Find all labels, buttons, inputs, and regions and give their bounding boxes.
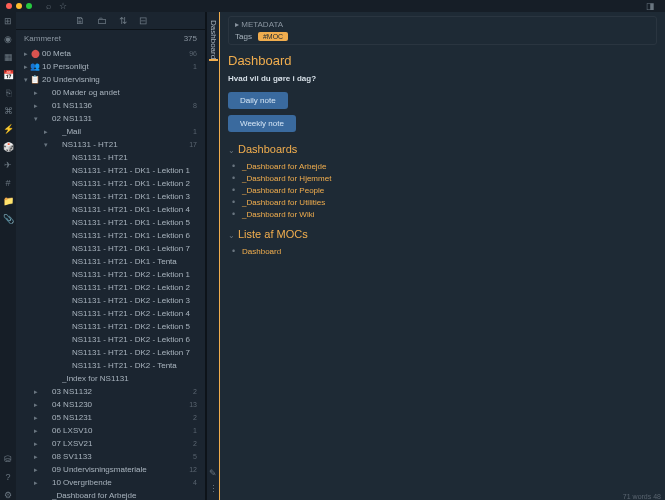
maximize-icon[interactable] (26, 3, 32, 9)
internal-link[interactable]: Dashboard (242, 247, 281, 256)
vault-icon[interactable]: ⛁ (4, 454, 12, 464)
disclosure-icon[interactable]: ▾ (42, 138, 50, 151)
close-icon[interactable] (6, 3, 12, 9)
file-tree[interactable]: ▸⬤00 Meta96▸👥10 Personligt1▾📋20 Undervis… (16, 47, 205, 500)
command-icon[interactable]: ⌘ (4, 106, 13, 116)
more-icon[interactable]: ⋮ (209, 484, 218, 494)
tree-node[interactable]: NS1131 - HT21 - DK1 - Lektion 5 (16, 216, 205, 229)
edit-icon[interactable]: ✎ (209, 468, 218, 478)
internal-link[interactable]: _Dashboard for Arbejde (242, 162, 327, 171)
tree-node[interactable]: ▸06 LXSV101 (16, 424, 205, 437)
disclosure-icon[interactable]: ▸ (22, 60, 30, 73)
weekly-note-button[interactable]: Weekly note (228, 115, 296, 132)
disclosure-icon[interactable]: ▸ (32, 385, 40, 398)
collapse-icon[interactable]: ⊟ (139, 15, 147, 26)
tree-node[interactable]: NS1131 - HT21 - DK1 - Lektion 3 (16, 190, 205, 203)
template-icon[interactable]: ⎘ (6, 88, 11, 98)
node-count: 5 (193, 450, 199, 463)
folder-icon[interactable]: 📁 (3, 196, 14, 206)
internal-link[interactable]: _Dashboard for Wiki (242, 210, 314, 219)
tree-node[interactable]: NS1131 - HT21 - DK2 - Lektion 4 (16, 307, 205, 320)
tree-node[interactable]: ▸_Mail1 (16, 125, 205, 138)
chevron-down-icon[interactable]: ⌄ (228, 146, 235, 155)
help-icon[interactable]: ? (5, 472, 10, 482)
tree-node[interactable]: _Index for NS1131 (16, 372, 205, 385)
tree-node[interactable]: ▸07 LXSV212 (16, 437, 205, 450)
disclosure-icon[interactable]: ▸ (32, 424, 40, 437)
settings-icon[interactable]: ⚙ (4, 490, 12, 500)
tree-node[interactable]: ▸👥10 Personligt1 (16, 60, 205, 73)
tree-node[interactable]: _Dashboard for Arbejde (16, 489, 205, 500)
new-folder-icon[interactable]: 🗀 (97, 15, 107, 26)
lightning-icon[interactable]: ⚡ (3, 124, 14, 134)
send-icon[interactable]: ✈ (4, 160, 12, 170)
canvas-icon[interactable]: ▦ (4, 52, 13, 62)
node-label: 07 LXSV21 (52, 437, 193, 450)
attach-icon[interactable]: 📎 (3, 214, 14, 224)
internal-link[interactable]: _Dashboard for Hjemmet (242, 174, 331, 183)
disclosure-icon[interactable]: ▾ (32, 112, 40, 125)
tree-node[interactable]: NS1131 - HT21 - DK1 - Tenta (16, 255, 205, 268)
vault-count: 375 (184, 34, 197, 43)
minimize-icon[interactable] (16, 3, 22, 9)
disclosure-icon[interactable]: ▸ (42, 125, 50, 138)
tag-pill[interactable]: #MOC (258, 32, 288, 41)
sidebar-toggle-icon[interactable]: ◨ (646, 1, 655, 11)
tree-node[interactable]: NS1131 - HT21 - DK1 - Lektion 6 (16, 229, 205, 242)
disclosure-icon[interactable]: ▸ (32, 463, 40, 476)
tree-node[interactable]: NS1131 - HT21 - DK1 - Lektion 4 (16, 203, 205, 216)
tree-node[interactable]: ▸04 NS123013 (16, 398, 205, 411)
disclosure-icon[interactable]: ▸ (22, 47, 30, 60)
tree-node[interactable]: ▸03 NS11322 (16, 385, 205, 398)
tree-node[interactable]: ▸00 Møder og andet (16, 86, 205, 99)
disclosure-icon[interactable]: ▸ (32, 476, 40, 489)
tree-node[interactable]: NS1131 - HT21 - DK2 - Lektion 3 (16, 294, 205, 307)
tag-icon[interactable]: # (5, 178, 10, 188)
tree-node[interactable]: NS1131 - HT21 - DK2 - Lektion 2 (16, 281, 205, 294)
quick-switcher-icon[interactable]: ⊞ (4, 16, 12, 26)
tree-node[interactable]: NS1131 - HT21 - DK2 - Lektion 5 (16, 320, 205, 333)
chevron-down-icon[interactable]: ⌄ (228, 231, 235, 240)
search-icon[interactable]: ⌕ (46, 1, 51, 11)
node-count: 96 (189, 47, 199, 60)
tree-node[interactable]: NS1131 - HT21 - DK2 - Lektion 7 (16, 346, 205, 359)
tree-node[interactable]: ▸01 NS11368 (16, 99, 205, 112)
tree-node[interactable]: ▾📋20 Undervisning (16, 73, 205, 86)
tree-node[interactable]: NS1131 - HT21 (16, 151, 205, 164)
dice-icon[interactable]: 🎲 (3, 142, 14, 152)
tree-node[interactable]: ▸10 Overgribende4 (16, 476, 205, 489)
graph-icon[interactable]: ◉ (4, 34, 12, 44)
node-label: NS1131 - HT21 - DK2 - Lektion 2 (72, 281, 197, 294)
tab-label[interactable]: Dashboard (209, 20, 218, 61)
tree-node[interactable]: NS1131 - HT21 - DK1 - Lektion 7 (16, 242, 205, 255)
daily-note-button[interactable]: Daily note (228, 92, 288, 109)
tree-node[interactable]: NS1131 - HT21 - DK2 - Lektion 1 (16, 268, 205, 281)
tree-node[interactable]: NS1131 - HT21 - DK2 - Tenta (16, 359, 205, 372)
disclosure-icon[interactable]: ▸ (32, 99, 40, 112)
star-icon[interactable]: ☆ (59, 1, 67, 11)
tree-node[interactable]: ▸⬤00 Meta96 (16, 47, 205, 60)
chevron-right-icon: ▸ (235, 20, 239, 29)
tree-node[interactable]: ▸05 NS12312 (16, 411, 205, 424)
tree-node[interactable]: ▾NS1131 - HT2117 (16, 138, 205, 151)
tree-node[interactable]: NS1131 - HT21 - DK1 - Lektion 2 (16, 177, 205, 190)
tree-node[interactable]: NS1131 - HT21 - DK2 - Lektion 6 (16, 333, 205, 346)
tree-node[interactable]: NS1131 - HT21 - DK1 - Lektion 1 (16, 164, 205, 177)
internal-link[interactable]: _Dashboard for Utilities (242, 198, 325, 207)
tree-node[interactable]: ▾02 NS1131 (16, 112, 205, 125)
tree-node[interactable]: ▸08 SV11335 (16, 450, 205, 463)
internal-link[interactable]: _Dashboard for People (242, 186, 324, 195)
disclosure-icon[interactable]: ▸ (32, 86, 40, 99)
disclosure-icon[interactable]: ▸ (32, 398, 40, 411)
disclosure-icon[interactable]: ▸ (32, 450, 40, 463)
daily-note-icon[interactable]: 📅 (3, 70, 14, 80)
node-count: 12 (189, 463, 199, 476)
disclosure-icon[interactable]: ▸ (32, 437, 40, 450)
tree-node[interactable]: ▸09 Undervisningsmateriale12 (16, 463, 205, 476)
sort-icon[interactable]: ⇅ (119, 15, 127, 26)
disclosure-icon[interactable]: ▾ (22, 73, 30, 86)
node-label: 10 Overgribende (52, 476, 193, 489)
new-note-icon[interactable]: 🗎 (75, 15, 85, 26)
disclosure-icon[interactable]: ▸ (32, 411, 40, 424)
metadata-block[interactable]: ▸ METADATA Tags #MOC (228, 16, 657, 45)
